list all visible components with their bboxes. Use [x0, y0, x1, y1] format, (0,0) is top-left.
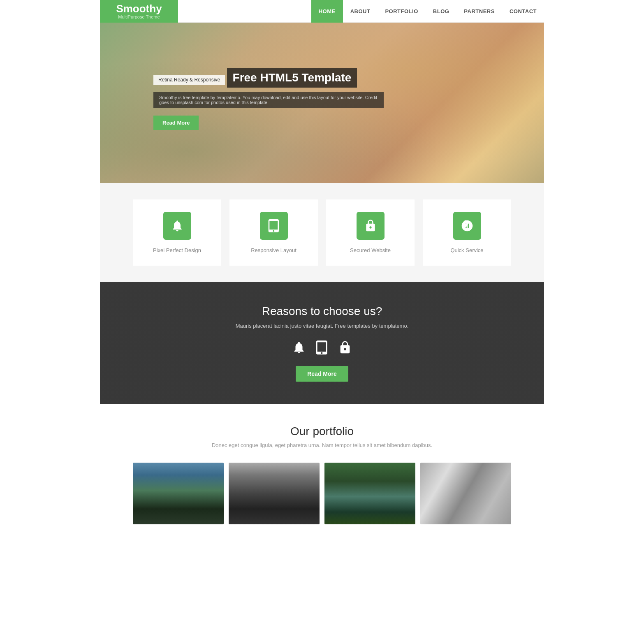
feature-responsive: Responsive Layout: [229, 199, 318, 266]
nav-blog[interactable]: BLOG: [426, 0, 457, 23]
reasons-icons: [116, 341, 528, 354]
bell-icon: [171, 219, 184, 232]
nav-partners[interactable]: PARTNERS: [456, 0, 502, 23]
rocket-icon: [461, 219, 474, 232]
feature-responsive-label: Responsive Layout: [251, 247, 297, 253]
feature-lock-icon-box: [357, 212, 385, 240]
header: Smoothy MultiPurpose Theme HOME ABOUT PO…: [100, 0, 544, 23]
logo-subtitle: MultiPurpose Theme: [118, 14, 160, 19]
nav-home[interactable]: HOME: [311, 0, 343, 23]
portfolio-section: Our portfolio Donec eget congue ligula, …: [100, 404, 544, 549]
feature-pixel-perfect: Pixel Perfect Design: [133, 199, 221, 266]
portfolio-image-2: [229, 463, 320, 524]
feature-rocket-icon-box: [453, 212, 481, 240]
reasons-read-more-button[interactable]: Read More: [296, 366, 348, 382]
tablet-icon: [267, 219, 280, 232]
reasons-section: Reasons to choose us? Mauris placerat la…: [100, 282, 544, 404]
feature-tablet-icon-box: [260, 212, 288, 240]
feature-quick-label: Quick Service: [450, 247, 483, 253]
portfolio-item-4[interactable]: [420, 463, 511, 524]
portfolio-item-1[interactable]: [133, 463, 224, 524]
portfolio-image-4: [420, 463, 511, 524]
reasons-tablet-icon: [315, 341, 329, 354]
reasons-bell-icon: [292, 341, 306, 354]
portfolio-image-1: [133, 463, 224, 524]
hero-title: Free HTML5 Template: [227, 68, 357, 88]
portfolio-item-2[interactable]: [229, 463, 320, 524]
reasons-title: Reasons to choose us?: [116, 305, 528, 318]
hero-description: Smoothy is free template by templatemo. …: [153, 92, 384, 108]
reasons-lock-icon: [338, 341, 352, 354]
logo-title: Smoothy: [116, 3, 162, 15]
portfolio-item-3[interactable]: [324, 463, 415, 524]
portfolio-grid: [133, 463, 511, 524]
portfolio-image-3: [324, 463, 415, 524]
nav-contact[interactable]: CONTACT: [502, 0, 544, 23]
feature-pixel-label: Pixel Perfect Design: [153, 247, 201, 253]
reasons-description: Mauris placerat lacinia justo vitae feug…: [116, 323, 528, 329]
hero-read-more-button[interactable]: Read More: [153, 116, 199, 130]
lock-icon: [364, 219, 377, 232]
feature-quick-service: Quick Service: [423, 199, 511, 266]
nav-about[interactable]: ABOUT: [343, 0, 378, 23]
nav-portfolio[interactable]: PORTFOLIO: [378, 0, 425, 23]
hero-content: Retina Ready & Responsive Free HTML5 Tem…: [153, 68, 384, 130]
feature-secured: Secured Website: [326, 199, 415, 266]
feature-bell-icon-box: [163, 212, 191, 240]
portfolio-description: Donec eget congue ligula, eget pharetra …: [133, 442, 511, 448]
hero-section: Retina Ready & Responsive Free HTML5 Tem…: [100, 23, 544, 183]
main-nav: HOME ABOUT PORTFOLIO BLOG PARTNERS CONTA…: [311, 0, 544, 23]
hero-badge: Retina Ready & Responsive: [153, 75, 225, 85]
features-section: Pixel Perfect Design Responsive Layout S…: [100, 183, 544, 282]
logo[interactable]: Smoothy MultiPurpose Theme: [100, 0, 178, 23]
portfolio-title: Our portfolio: [133, 425, 511, 438]
feature-secured-label: Secured Website: [350, 247, 391, 253]
